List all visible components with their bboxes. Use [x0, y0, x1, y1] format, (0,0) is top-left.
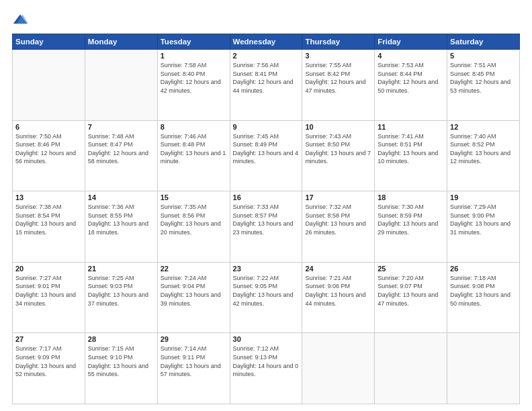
- calendar-cell: 22Sunrise: 7:24 AM Sunset: 9:04 PM Dayli…: [157, 262, 230, 333]
- day-detail: Sunrise: 7:56 AM Sunset: 8:41 PM Dayligh…: [233, 61, 300, 95]
- day-number: 6: [15, 123, 82, 131]
- calendar-cell: 4Sunrise: 7:53 AM Sunset: 8:44 PM Daylig…: [375, 50, 447, 121]
- day-number: 15: [161, 193, 227, 201]
- page: SundayMondayTuesdayWednesdayThursdayFrid…: [0, 0, 532, 411]
- day-detail: Sunrise: 7:41 AM Sunset: 8:51 PM Dayligh…: [378, 132, 444, 166]
- calendar-cell: 18Sunrise: 7:30 AM Sunset: 8:59 PM Dayli…: [375, 191, 447, 263]
- calendar-cell: 25Sunrise: 7:20 AM Sunset: 9:07 PM Dayli…: [375, 262, 447, 333]
- calendar-cell: 17Sunrise: 7:32 AM Sunset: 8:58 PM Dayli…: [302, 191, 375, 263]
- day-detail: Sunrise: 7:36 AM Sunset: 8:55 PM Dayligh…: [88, 203, 154, 236]
- logo-icon: [12, 12, 28, 28]
- day-number: 25: [378, 265, 444, 273]
- day-header-wednesday: Wednesday: [230, 34, 302, 50]
- day-detail: Sunrise: 7:15 AM Sunset: 9:10 PM Dayligh…: [88, 345, 154, 378]
- day-detail: Sunrise: 7:32 AM Sunset: 8:58 PM Dayligh…: [305, 203, 371, 236]
- day-detail: Sunrise: 7:43 AM Sunset: 8:50 PM Dayligh…: [305, 132, 371, 166]
- day-detail: Sunrise: 7:45 AM Sunset: 8:49 PM Dayligh…: [233, 132, 300, 166]
- calendar-cell: 10Sunrise: 7:43 AM Sunset: 8:50 PM Dayli…: [302, 120, 375, 191]
- calendar-cell: 23Sunrise: 7:22 AM Sunset: 9:05 PM Dayli…: [230, 262, 302, 333]
- day-detail: Sunrise: 7:24 AM Sunset: 9:04 PM Dayligh…: [161, 274, 227, 308]
- day-number: 30: [233, 335, 300, 343]
- calendar-cell: 26Sunrise: 7:18 AM Sunset: 9:08 PM Dayli…: [447, 262, 520, 333]
- calendar-header-row: SundayMondayTuesdayWednesdayThursdayFrid…: [13, 34, 520, 50]
- calendar-cell: 27Sunrise: 7:17 AM Sunset: 9:09 PM Dayli…: [13, 333, 85, 404]
- day-number: 4: [378, 52, 444, 60]
- day-header-monday: Monday: [85, 34, 157, 50]
- day-number: 9: [233, 123, 300, 131]
- calendar-cell: 11Sunrise: 7:41 AM Sunset: 8:51 PM Dayli…: [375, 120, 447, 191]
- day-number: 14: [88, 193, 154, 201]
- day-detail: Sunrise: 7:29 AM Sunset: 9:00 PM Dayligh…: [450, 203, 517, 236]
- calendar-week-row: 13Sunrise: 7:38 AM Sunset: 8:54 PM Dayli…: [13, 191, 520, 263]
- day-number: 29: [161, 335, 227, 343]
- day-detail: Sunrise: 7:30 AM Sunset: 8:59 PM Dayligh…: [378, 203, 444, 236]
- calendar-cell: 13Sunrise: 7:38 AM Sunset: 8:54 PM Dayli…: [13, 191, 85, 263]
- day-header-friday: Friday: [375, 34, 447, 50]
- calendar-cell: 14Sunrise: 7:36 AM Sunset: 8:55 PM Dayli…: [85, 191, 157, 263]
- day-number: 13: [15, 193, 82, 201]
- calendar-cell: 3Sunrise: 7:55 AM Sunset: 8:42 PM Daylig…: [302, 50, 375, 121]
- day-number: 27: [15, 335, 82, 343]
- day-detail: Sunrise: 7:38 AM Sunset: 8:54 PM Dayligh…: [15, 203, 82, 236]
- day-header-thursday: Thursday: [302, 34, 375, 50]
- calendar-cell: 16Sunrise: 7:33 AM Sunset: 8:57 PM Dayli…: [230, 191, 302, 263]
- calendar-week-row: 1Sunrise: 7:58 AM Sunset: 8:40 PM Daylig…: [13, 50, 520, 121]
- calendar-cell: 9Sunrise: 7:45 AM Sunset: 8:49 PM Daylig…: [230, 120, 302, 191]
- day-number: 26: [450, 265, 517, 273]
- day-detail: Sunrise: 7:21 AM Sunset: 9:06 PM Dayligh…: [305, 274, 371, 308]
- day-number: 24: [305, 265, 371, 273]
- day-number: 18: [378, 193, 444, 201]
- calendar-cell: 30Sunrise: 7:12 AM Sunset: 9:13 PM Dayli…: [230, 333, 302, 404]
- day-detail: Sunrise: 7:33 AM Sunset: 8:57 PM Dayligh…: [233, 203, 300, 236]
- day-number: 5: [450, 52, 517, 60]
- day-detail: Sunrise: 7:50 AM Sunset: 8:46 PM Dayligh…: [15, 132, 82, 166]
- calendar-cell: [302, 333, 375, 404]
- day-detail: Sunrise: 7:58 AM Sunset: 8:40 PM Dayligh…: [161, 61, 227, 95]
- day-detail: Sunrise: 7:55 AM Sunset: 8:42 PM Dayligh…: [305, 61, 371, 95]
- day-number: 2: [233, 52, 300, 60]
- logo: [12, 12, 31, 28]
- calendar-cell: [13, 50, 85, 121]
- header: [12, 12, 520, 28]
- calendar-cell: 20Sunrise: 7:27 AM Sunset: 9:01 PM Dayli…: [13, 262, 85, 333]
- calendar-cell: 28Sunrise: 7:15 AM Sunset: 9:10 PM Dayli…: [85, 333, 157, 404]
- calendar-cell: 29Sunrise: 7:14 AM Sunset: 9:11 PM Dayli…: [157, 333, 230, 404]
- day-number: 19: [450, 193, 517, 201]
- day-detail: Sunrise: 7:53 AM Sunset: 8:44 PM Dayligh…: [378, 61, 444, 95]
- day-number: 8: [161, 123, 227, 131]
- day-detail: Sunrise: 7:35 AM Sunset: 8:56 PM Dayligh…: [161, 203, 227, 236]
- calendar-cell: 15Sunrise: 7:35 AM Sunset: 8:56 PM Dayli…: [157, 191, 230, 263]
- day-detail: Sunrise: 7:22 AM Sunset: 9:05 PM Dayligh…: [233, 274, 300, 308]
- day-detail: Sunrise: 7:40 AM Sunset: 8:52 PM Dayligh…: [450, 132, 517, 166]
- day-detail: Sunrise: 7:18 AM Sunset: 9:08 PM Dayligh…: [450, 274, 517, 308]
- day-number: 12: [450, 123, 517, 131]
- calendar-week-row: 27Sunrise: 7:17 AM Sunset: 9:09 PM Dayli…: [13, 333, 520, 404]
- calendar-cell: 19Sunrise: 7:29 AM Sunset: 9:00 PM Dayli…: [447, 191, 520, 263]
- day-number: 17: [305, 193, 371, 201]
- day-detail: Sunrise: 7:12 AM Sunset: 9:13 PM Dayligh…: [233, 345, 300, 378]
- day-detail: Sunrise: 7:20 AM Sunset: 9:07 PM Dayligh…: [378, 274, 444, 308]
- day-number: 21: [88, 265, 154, 273]
- day-detail: Sunrise: 7:27 AM Sunset: 9:01 PM Dayligh…: [15, 274, 82, 308]
- day-detail: Sunrise: 7:14 AM Sunset: 9:11 PM Dayligh…: [161, 345, 227, 378]
- day-number: 10: [305, 123, 371, 131]
- calendar-cell: 2Sunrise: 7:56 AM Sunset: 8:41 PM Daylig…: [230, 50, 302, 121]
- day-detail: Sunrise: 7:51 AM Sunset: 8:45 PM Dayligh…: [450, 61, 517, 95]
- day-number: 1: [161, 52, 227, 60]
- calendar-cell: 5Sunrise: 7:51 AM Sunset: 8:45 PM Daylig…: [447, 50, 520, 121]
- calendar-cell: 8Sunrise: 7:46 AM Sunset: 8:48 PM Daylig…: [157, 120, 230, 191]
- calendar-cell: [375, 333, 447, 404]
- calendar-week-row: 6Sunrise: 7:50 AM Sunset: 8:46 PM Daylig…: [13, 120, 520, 191]
- calendar-cell: [447, 333, 520, 404]
- day-number: 7: [88, 123, 154, 131]
- day-header-tuesday: Tuesday: [157, 34, 230, 50]
- day-detail: Sunrise: 7:25 AM Sunset: 9:03 PM Dayligh…: [88, 274, 154, 308]
- day-detail: Sunrise: 7:17 AM Sunset: 9:09 PM Dayligh…: [15, 345, 82, 378]
- day-header-sunday: Sunday: [13, 34, 85, 50]
- calendar-cell: 7Sunrise: 7:48 AM Sunset: 8:47 PM Daylig…: [85, 120, 157, 191]
- day-number: 16: [233, 193, 300, 201]
- calendar-cell: 1Sunrise: 7:58 AM Sunset: 8:40 PM Daylig…: [157, 50, 230, 121]
- day-number: 11: [378, 123, 444, 131]
- day-detail: Sunrise: 7:48 AM Sunset: 8:47 PM Dayligh…: [88, 132, 154, 166]
- day-detail: Sunrise: 7:46 AM Sunset: 8:48 PM Dayligh…: [161, 132, 227, 166]
